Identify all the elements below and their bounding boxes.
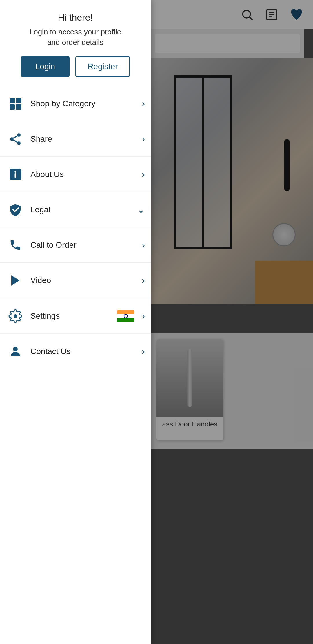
about-us-chevron: › bbox=[142, 169, 145, 180]
auth-buttons: Login Register bbox=[9, 56, 142, 77]
call-to-order-label: Call to Order bbox=[30, 240, 139, 250]
play-icon bbox=[6, 271, 25, 290]
greeting-subtitle: Login to access your profileand order de… bbox=[9, 27, 142, 48]
register-button[interactable]: Register bbox=[75, 56, 130, 77]
svg-line-13 bbox=[13, 140, 17, 142]
flag-green bbox=[117, 318, 134, 322]
menu-item-call-to-order[interactable]: Call to Order › bbox=[0, 227, 151, 263]
video-label: Video bbox=[30, 276, 139, 285]
menu-item-contact-us[interactable]: Contact Us › bbox=[0, 334, 151, 369]
side-drawer: Hi there! Login to access your profilean… bbox=[0, 0, 151, 644]
svg-rect-7 bbox=[16, 98, 21, 103]
share-icon bbox=[6, 129, 25, 148]
contact-icon bbox=[6, 342, 25, 361]
shield-icon bbox=[6, 200, 25, 219]
menu-item-video[interactable]: Video › bbox=[0, 263, 151, 298]
about-us-label: About Us bbox=[30, 170, 139, 179]
phone-icon bbox=[6, 236, 25, 254]
india-flag-icon bbox=[117, 310, 134, 322]
category-icon bbox=[6, 94, 25, 113]
flag-saffron bbox=[117, 310, 134, 314]
svg-marker-18 bbox=[11, 275, 19, 286]
share-label: Share bbox=[30, 134, 139, 144]
menu-item-settings[interactable]: Settings › bbox=[0, 298, 151, 334]
svg-rect-9 bbox=[16, 104, 21, 110]
svg-point-10 bbox=[17, 133, 21, 137]
login-button[interactable]: Login bbox=[21, 56, 70, 77]
greeting-section: Hi there! Login to access your profilean… bbox=[0, 0, 151, 86]
settings-icon bbox=[6, 307, 25, 325]
settings-chevron: › bbox=[142, 311, 145, 321]
menu-list: Shop by Category › Share › bbox=[0, 86, 151, 644]
svg-point-19 bbox=[14, 314, 17, 318]
contact-us-chevron: › bbox=[142, 346, 145, 357]
menu-item-about-us[interactable]: About Us › bbox=[0, 157, 151, 192]
contact-us-label: Contact Us bbox=[30, 347, 139, 356]
svg-point-12 bbox=[17, 141, 21, 145]
greeting-title: Hi there! bbox=[9, 12, 142, 24]
legal-label: Legal bbox=[30, 205, 134, 214]
shop-by-category-chevron: › bbox=[142, 98, 145, 109]
legal-chevron: ⌄ bbox=[137, 204, 145, 215]
svg-point-17 bbox=[14, 171, 16, 173]
dim-overlay bbox=[151, 0, 313, 644]
share-chevron: › bbox=[142, 134, 145, 144]
svg-line-14 bbox=[13, 136, 17, 138]
video-chevron: › bbox=[142, 275, 145, 286]
call-to-order-chevron: › bbox=[142, 240, 145, 250]
settings-label: Settings bbox=[30, 311, 117, 321]
shop-by-category-label: Shop by Category bbox=[30, 99, 139, 108]
flag-white bbox=[117, 314, 134, 318]
svg-rect-8 bbox=[10, 104, 15, 110]
svg-point-11 bbox=[10, 137, 14, 141]
menu-item-legal[interactable]: Legal ⌄ bbox=[0, 192, 151, 227]
menu-item-share[interactable]: Share › bbox=[0, 121, 151, 157]
menu-item-shop-by-category[interactable]: Shop by Category › bbox=[0, 86, 151, 121]
svg-rect-6 bbox=[10, 98, 15, 103]
info-icon bbox=[6, 165, 25, 184]
svg-point-20 bbox=[13, 347, 18, 351]
